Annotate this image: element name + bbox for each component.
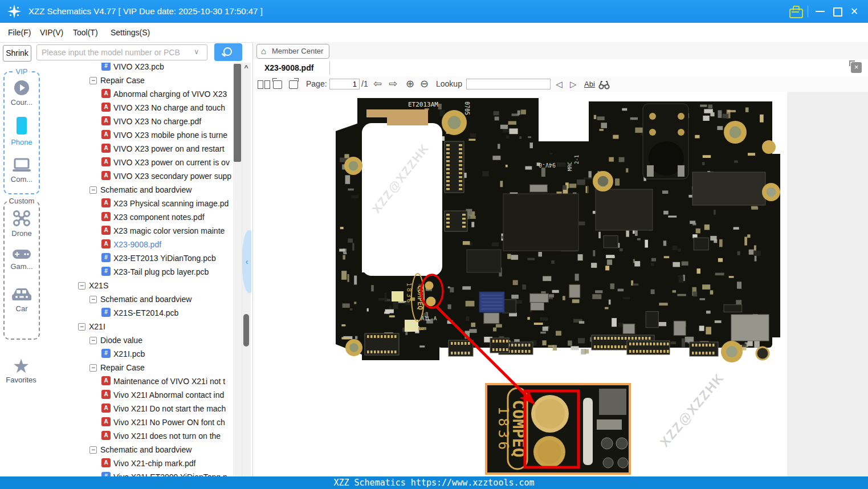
window-title: XZZ Schematics V4.77 [ VIP Due date: 202…: [28, 0, 263, 23]
pdf-file-icon: A: [101, 404, 111, 413]
license-briefcase-icon[interactable]: [789, 5, 802, 17]
member-center-button[interactable]: ⌂ Member Center: [256, 44, 329, 59]
tree-file-row[interactable]: AVIVO X23 No charge and touch: [43, 100, 233, 114]
play-circle-icon: [14, 80, 30, 96]
scrollbar-up-arrow[interactable]: ^: [243, 64, 250, 72]
sidebar-item-car[interactable]: Car: [5, 287, 39, 313]
tree-file-row[interactable]: AVivo X21I Do not start the mach: [43, 401, 233, 415]
model-search-input[interactable]: [36, 44, 207, 60]
tree-item-label: X21S-ET2014.pcb: [113, 308, 178, 317]
collapse-minus-icon[interactable]: −: [89, 186, 97, 194]
find-next-icon[interactable]: ▷: [570, 76, 577, 92]
tab-x23-9008[interactable]: X23-9008.pdf: [258, 59, 320, 76]
sidebar-item-label: Phone: [5, 138, 39, 146]
tree-folder-row[interactable]: −X21I: [43, 319, 233, 333]
menu-settings[interactable]: Settings(S): [107, 23, 153, 42]
tree-file-row[interactable]: AX23-9008.pdf: [43, 237, 233, 251]
tree-folder-row[interactable]: −Repair Case: [43, 73, 233, 87]
tree-scrollbar-thumb[interactable]: [234, 64, 241, 162]
svg-text:MRC: MRC: [567, 162, 573, 171]
tree-item-label: X23-9008.pdf: [113, 240, 161, 249]
close-all-tabs-icon[interactable]: ×: [851, 62, 862, 73]
panel-scrollbar-thumb[interactable]: [243, 314, 249, 347]
close-button[interactable]: ×: [846, 0, 863, 23]
rotate-cw-icon[interactable]: [289, 76, 298, 92]
page-number-input[interactable]: [329, 79, 360, 89]
tree-item-label: Vivo X21I Do not start the mach: [113, 404, 226, 413]
find-prev-icon[interactable]: ◁: [556, 76, 563, 92]
tree-item-label: Schematic and boardview: [100, 445, 191, 454]
tree-file-row[interactable]: AVIVO X23 mobile phone is turne: [43, 128, 233, 141]
tree-folder-row[interactable]: −X21S: [43, 278, 233, 292]
tree-file-row[interactable]: #X23-Tail plug pcb layer.pcb: [43, 264, 233, 278]
two-page-view-icon[interactable]: [257, 76, 271, 92]
custom-group: Custom Drone Gam...: [3, 201, 40, 340]
tree-file-row[interactable]: AAbnormal charging of VIVO X23: [43, 87, 233, 100]
tree-file-row[interactable]: AVIVO X23 secondary power supp: [43, 169, 233, 182]
collapse-minus-icon[interactable]: −: [89, 446, 97, 454]
pdf-file-icon: A: [101, 171, 111, 180]
tree-file-row[interactable]: AVIVO X23 power on and restart: [43, 141, 233, 155]
sidebar-item-phone[interactable]: Phone: [5, 116, 39, 146]
sidebar-item-game[interactable]: Gam...: [5, 248, 39, 271]
tree-folder-row[interactable]: −Diode value: [43, 333, 233, 347]
tree-file-row[interactable]: AMaintenance of VIVO X21i not t: [43, 374, 233, 388]
tree-file-row[interactable]: AX23 Physical scanning image.pd: [43, 196, 233, 210]
abi-case-icon[interactable]: Abi: [584, 76, 595, 92]
collapse-minus-icon[interactable]: −: [78, 323, 85, 331]
headphone-jack: [643, 104, 688, 179]
tree-item-label: X21S: [89, 281, 108, 290]
tree-file-row[interactable]: AX23 magic color version mainte: [43, 223, 233, 237]
next-page-icon[interactable]: ⇨: [389, 76, 397, 92]
svg-text:COMPEQ: COMPEQ: [416, 285, 424, 309]
pdf-content[interactable]: ET2013AM 0705 94V-0 2-1 MRC COMPEQ 3 183…: [253, 92, 868, 476]
menu-file[interactable]: File(F): [5, 23, 34, 42]
tree-folder-row[interactable]: −Repair Case: [43, 360, 233, 374]
sidebar-item-computer[interactable]: Com...: [5, 158, 39, 184]
pcb-file-icon: #: [101, 472, 111, 476]
maximize-button[interactable]: [829, 0, 846, 23]
collapse-minus-icon[interactable]: −: [89, 364, 97, 372]
tree-file-row[interactable]: #X21S-ET2014.pcb: [43, 305, 233, 319]
search-button[interactable]: [214, 43, 242, 61]
menu-tool[interactable]: Tool(T): [70, 23, 101, 42]
pcb-board-image: ET2013AM 0705 94V-0 2-1 MRC COMPEQ 3 183…: [332, 97, 783, 362]
tree-file-row[interactable]: AVivo X21I does not turn on the: [43, 429, 233, 442]
tree-item-label: X23 Physical scanning image.pd: [113, 199, 229, 208]
sidebar-item-favorites[interactable]: ★ Favorites: [3, 356, 39, 384]
tree-file-row[interactable]: #VIVO X23.pcb: [43, 63, 233, 73]
minimize-button[interactable]: [812, 0, 829, 23]
drone-icon: [13, 210, 31, 227]
prev-page-icon[interactable]: ⇦: [373, 76, 382, 92]
tree-file-row[interactable]: AVivo X21I No Power ON font ch: [43, 415, 233, 429]
panel-collapse-handle[interactable]: ‹: [242, 230, 251, 293]
collapse-minus-icon[interactable]: −: [78, 282, 85, 290]
sidebar-item-course[interactable]: Cour...: [5, 80, 39, 107]
tree-file-row[interactable]: AVIVO X23 No charge.pdf: [43, 114, 233, 128]
collapse-minus-icon[interactable]: −: [89, 296, 97, 303]
lookup-input[interactable]: [466, 79, 551, 89]
zoom-out-icon[interactable]: ⊖: [420, 76, 429, 92]
tree-file-row[interactable]: AVivo X21-chip mark.pdf: [43, 456, 233, 470]
rotate-ccw-icon[interactable]: [273, 76, 282, 92]
tree-file-row[interactable]: AVIVO X23 power on current is ov: [43, 155, 233, 169]
tree-file-row[interactable]: #Vivo X21I-ET2009 YiDianTong.p: [43, 470, 233, 476]
pdf-file-icon: A: [101, 458, 111, 467]
tree-file-row[interactable]: AVivo X21I Abnormal contact ind: [43, 388, 233, 401]
tree-folder-row[interactable]: −Schematic and boardview: [43, 292, 233, 305]
tree-folder-row[interactable]: −Schematic and boardview: [43, 442, 233, 456]
chevron-down-icon[interactable]: ∨: [194, 47, 199, 56]
collapse-minus-icon[interactable]: −: [89, 77, 97, 84]
sidebar-item-drone[interactable]: Drone: [5, 210, 39, 238]
zoom-in-icon[interactable]: ⊕: [406, 76, 414, 92]
tree-file-row[interactable]: #X21I.pcb: [43, 347, 233, 360]
collapse-minus-icon[interactable]: −: [89, 337, 97, 344]
tree-item-label: Vivo X21I does not turn on the: [113, 431, 221, 441]
tree-file-row[interactable]: AX23 component notes.pdf: [43, 210, 233, 223]
svg-text:2-1: 2-1: [574, 155, 580, 164]
shrink-button[interactable]: Shrink: [3, 45, 31, 62]
vip-group-label: VIP: [14, 67, 30, 76]
tree-folder-row[interactable]: −Schematic and boardview: [43, 182, 233, 196]
tree-file-row[interactable]: #X23-ET2013 YiDianTong.pcb: [43, 251, 233, 264]
menu-vip[interactable]: VIP(V): [36, 23, 67, 42]
